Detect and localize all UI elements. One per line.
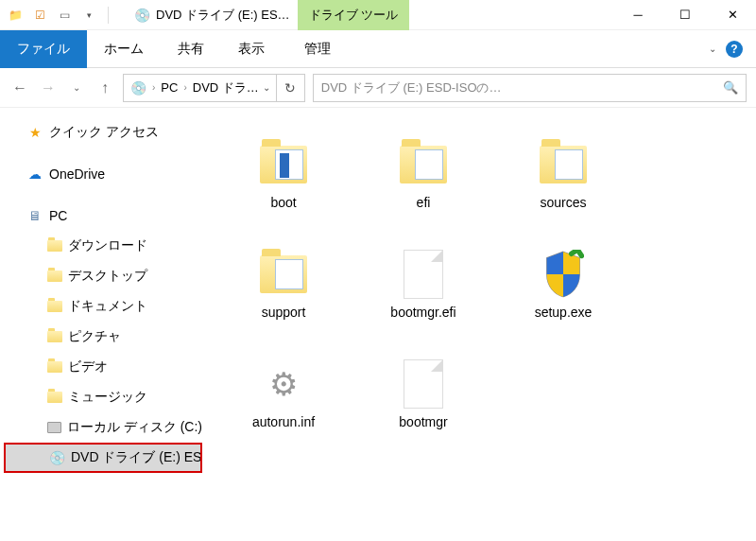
sidebar-item-downloads[interactable]: ダウンロード xyxy=(4,231,202,261)
file-icon xyxy=(397,248,450,301)
sidebar-label: ミュージック xyxy=(68,389,147,406)
sidebar-item-documents[interactable]: ドキュメント xyxy=(4,291,202,322)
folder-icon xyxy=(47,331,62,342)
folder-icon xyxy=(47,301,62,312)
refresh-button[interactable]: ↻ xyxy=(277,74,305,102)
sidebar-item-pc[interactable]: 🖥 PC xyxy=(4,201,202,231)
titlebar: 📁 ☑ ▭ ▾ 💿 DVD ドライブ (E:) ES… ドライブ ツール ─ ☐… xyxy=(0,0,756,30)
tab-home[interactable]: ホーム xyxy=(87,30,161,68)
file-label: support xyxy=(262,305,306,320)
tab-manage[interactable]: 管理 xyxy=(287,30,348,68)
search-input[interactable]: DVD ドライブ (E:) ESD-ISOの… 🔍 xyxy=(313,74,747,102)
tab-view[interactable]: 表示 xyxy=(221,30,282,68)
pc-icon: 🖥 xyxy=(26,207,43,224)
address-bar[interactable]: 💿 › PC › DVD ドラ… ⌄ xyxy=(123,74,277,102)
sidebar-label: PC xyxy=(49,208,67,223)
file-label: efi xyxy=(417,195,431,210)
sidebar-item-pictures[interactable]: ピクチャ xyxy=(4,322,202,352)
sidebar-label: DVD ドライブ (E:) ESD xyxy=(71,449,202,466)
file-grid: boot efi sources support bootmgr.efi xyxy=(214,119,748,448)
search-placeholder: DVD ドライブ (E:) ESD-ISOの… xyxy=(321,79,502,96)
disc-icon: 💿 xyxy=(133,7,150,24)
folder-icon xyxy=(47,361,62,373)
breadcrumb-current[interactable]: DVD ドラ… xyxy=(193,79,259,96)
folder-icon xyxy=(47,240,62,252)
folder-icon xyxy=(537,138,590,191)
file-icon xyxy=(397,358,450,410)
chevron-right-icon[interactable]: › xyxy=(150,82,157,93)
help-button[interactable]: ? xyxy=(726,41,743,58)
nav-forward-button[interactable]: → xyxy=(38,78,59,98)
sidebar-item-music[interactable]: ミュージック xyxy=(4,382,202,412)
tab-file[interactable]: ファイル xyxy=(0,30,87,68)
nav-up-button[interactable]: ↑ xyxy=(94,78,115,98)
sidebar-item-onedrive[interactable]: ☁ OneDrive xyxy=(4,159,202,189)
window-title: DVD ドライブ (E:) ES… xyxy=(156,7,290,24)
folder-icon xyxy=(257,138,310,191)
folder-icon xyxy=(47,392,62,403)
sidebar-item-videos[interactable]: ビデオ xyxy=(4,352,202,382)
file-label: bootmgr.efi xyxy=(390,305,455,320)
sidebar-item-desktop[interactable]: デスクトップ xyxy=(4,261,202,291)
file-label: setup.exe xyxy=(535,305,593,320)
address-row: ← → ⌄ ↑ 💿 › PC › DVD ドラ… ⌄ ↻ DVD ドライブ (E… xyxy=(0,68,756,108)
search-icon[interactable]: 🔍 xyxy=(723,80,738,95)
file-label: sources xyxy=(540,195,586,210)
file-item-folder[interactable]: sources xyxy=(493,119,633,229)
app-icon: 📁 xyxy=(6,6,25,25)
file-label: bootmgr xyxy=(399,414,447,429)
close-button[interactable]: ✕ xyxy=(709,0,756,30)
content-pane[interactable]: boot efi sources support bootmgr.efi xyxy=(206,108,756,541)
file-item-folder[interactable]: efi xyxy=(353,119,493,229)
sidebar-label: ピクチャ xyxy=(68,328,121,345)
sidebar-label: デスクトップ xyxy=(68,268,147,285)
disc-icon: 💿 xyxy=(129,79,146,96)
qat-new-folder[interactable]: ▭ xyxy=(55,6,74,25)
qat-properties[interactable]: ☑ xyxy=(30,6,49,25)
sidebar-label: OneDrive xyxy=(49,166,105,182)
chevron-right-icon[interactable]: › xyxy=(181,82,188,93)
context-tab-header: ドライブ ツール xyxy=(298,0,410,30)
file-item-folder[interactable]: support xyxy=(214,229,353,339)
maximize-button[interactable]: ☐ xyxy=(662,0,709,30)
folder-icon xyxy=(397,138,450,191)
file-label: autorun.inf xyxy=(252,414,315,429)
file-item-inf[interactable]: ⚙ autorun.inf xyxy=(214,339,353,448)
sidebar-label: ダウンロード xyxy=(68,237,147,254)
file-item-folder[interactable]: boot xyxy=(214,119,353,229)
folder-icon xyxy=(257,248,310,301)
sidebar-item-dvd-drive-e[interactable]: 💿 DVD ドライブ (E:) ESD xyxy=(4,443,202,473)
sidebar-label: クイック アクセス xyxy=(49,124,159,141)
sidebar-label: ビデオ xyxy=(68,358,108,375)
ribbon: ファイル ホーム 共有 表示 管理 ⌄ ? xyxy=(0,30,756,68)
star-icon: ★ xyxy=(26,124,43,141)
address-dropdown-icon[interactable]: ⌄ xyxy=(263,82,270,93)
ribbon-expand-icon[interactable]: ⌄ xyxy=(709,44,716,54)
file-item-file[interactable]: bootmgr xyxy=(353,339,493,448)
minimize-button[interactable]: ─ xyxy=(614,0,662,30)
cloud-icon: ☁ xyxy=(26,166,43,183)
breadcrumb-pc[interactable]: PC xyxy=(161,80,178,95)
nav-back-button[interactable]: ← xyxy=(9,78,30,98)
exe-shield-icon xyxy=(537,248,590,301)
file-item-exe[interactable]: setup.exe xyxy=(493,229,633,339)
gear-icon: ⚙ xyxy=(257,358,310,410)
sidebar-label: ローカル ディスク (C:) xyxy=(67,419,202,436)
file-label: boot xyxy=(270,195,296,210)
qat-dropdown[interactable]: ▾ xyxy=(79,6,98,25)
disc-icon: 💿 xyxy=(49,449,65,466)
hdd-icon xyxy=(47,422,61,433)
tab-share[interactable]: 共有 xyxy=(161,30,221,68)
sidebar-label: ドキュメント xyxy=(68,298,147,315)
nav-history-dropdown[interactable]: ⌄ xyxy=(66,78,87,98)
file-item-file[interactable]: bootmgr.efi xyxy=(353,229,493,339)
sidebar-item-local-disk-c[interactable]: ローカル ディスク (C:) xyxy=(4,412,202,443)
nav-tree: ★ クイック アクセス ☁ OneDrive 🖥 PC ダウンロード デスクトッ… xyxy=(0,108,206,541)
sidebar-item-quick-access[interactable]: ★ クイック アクセス xyxy=(4,117,202,148)
folder-icon xyxy=(47,270,62,282)
